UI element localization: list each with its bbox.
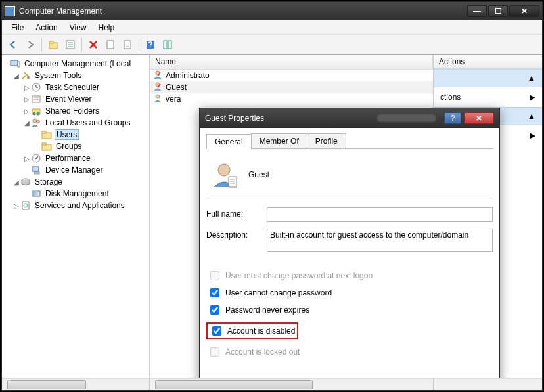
- chk-account-disabled[interactable]: Account is disabled: [206, 322, 298, 339]
- separator: [81, 38, 82, 51]
- svg-rect-10: [164, 41, 167, 49]
- users-icon: [31, 118, 41, 128]
- menu-file[interactable]: File: [6, 22, 29, 33]
- tree-root[interactable]: Computer Management (Local: [2, 58, 149, 70]
- tree-storage[interactable]: ◢Storage: [2, 176, 149, 188]
- collapse-icon: ▲: [528, 74, 535, 83]
- description-row: Description:: [206, 229, 493, 254]
- chk-locked-out: Account is locked out: [206, 345, 493, 359]
- back-button[interactable]: [6, 37, 20, 52]
- checkbox[interactable]: [212, 326, 221, 336]
- tree-device-manager[interactable]: Device Manager: [2, 164, 149, 176]
- svg-point-41: [218, 164, 230, 176]
- perf-icon: [31, 153, 41, 163]
- user-header: Guest: [206, 156, 493, 198]
- chevron-right-icon: ▶: [530, 131, 535, 140]
- svg-rect-30: [32, 167, 39, 171]
- tree-users[interactable]: Users: [2, 129, 149, 141]
- list-header: Name: [150, 55, 433, 70]
- close-button[interactable]: ✕: [509, 5, 539, 17]
- content-area: Computer Management (Local ◢System Tools…: [2, 54, 542, 378]
- tree-event-viewer[interactable]: ▷Event Viewer: [2, 93, 149, 105]
- dialog-close-button[interactable]: ✕: [464, 112, 494, 124]
- chk-cannot-change[interactable]: User cannot change password: [206, 286, 493, 300]
- list-hscroll[interactable]: [150, 378, 434, 390]
- list-item[interactable]: Guest: [150, 81, 433, 93]
- tab-profile[interactable]: Profile: [307, 133, 346, 148]
- actions-header: Actions: [434, 55, 542, 69]
- dialog-title: Guest Properties: [205, 114, 377, 123]
- list-item[interactable]: Administrato: [150, 70, 433, 81]
- description-input[interactable]: [267, 229, 493, 252]
- actions-hscroll[interactable]: [434, 378, 542, 390]
- svg-rect-42: [229, 177, 237, 187]
- tree-task-scheduler[interactable]: ▷Task Scheduler: [2, 81, 149, 93]
- tree-pane: Computer Management (Local ◢System Tools…: [2, 55, 150, 378]
- help-button[interactable]: ?: [143, 37, 158, 52]
- dialog-help-button[interactable]: ?: [444, 112, 461, 124]
- up-button[interactable]: [46, 37, 60, 52]
- description-label: Description:: [206, 229, 267, 240]
- svg-rect-13: [18, 62, 20, 67]
- share-icon: [31, 106, 41, 116]
- svg-rect-31: [34, 172, 39, 174]
- delete-button[interactable]: [86, 37, 101, 52]
- computer-icon: [10, 58, 20, 69]
- refresh-button[interactable]: [103, 37, 118, 52]
- export-button[interactable]: [120, 37, 135, 52]
- actions-item[interactable]: ctions▶: [434, 88, 542, 106]
- titlebar[interactable]: Computer Management — ☐ ✕: [2, 2, 542, 20]
- dialog-titlebar[interactable]: Guest Properties ? ✕: [200, 108, 499, 128]
- tree-disk-management[interactable]: Disk Management: [2, 188, 149, 200]
- main-window: Computer Management — ☐ ✕ File Action Vi…: [1, 1, 543, 391]
- menu-view[interactable]: View: [64, 22, 92, 33]
- svg-rect-1: [49, 41, 53, 43]
- forward-button[interactable]: [23, 37, 37, 52]
- tree-system-tools[interactable]: ◢System Tools: [2, 70, 149, 81]
- minimize-button[interactable]: —: [467, 5, 487, 17]
- svg-rect-25: [42, 131, 46, 133]
- folder-icon: [41, 129, 52, 140]
- tree-performance[interactable]: ▷Performance: [2, 152, 149, 164]
- actions-section[interactable]: ▲: [434, 69, 542, 87]
- checkbox[interactable]: [210, 288, 219, 297]
- user-icon: [152, 93, 163, 106]
- separator: [139, 38, 139, 51]
- window-title: Computer Management: [19, 7, 467, 16]
- properties-dialog: Guest Properties ? ✕ General Member Of P…: [199, 108, 500, 378]
- menubar: File Action View Help: [2, 20, 542, 35]
- svg-point-29: [35, 158, 37, 159]
- fullname-input[interactable]: [267, 207, 493, 222]
- svg-point-22: [33, 119, 37, 123]
- menu-help[interactable]: Help: [93, 22, 120, 33]
- col-name[interactable]: Name: [150, 55, 433, 69]
- list-item[interactable]: vera: [150, 93, 433, 105]
- user-icon: [152, 70, 163, 82]
- chk-never-expires[interactable]: Password never expires: [206, 303, 493, 317]
- tile-button[interactable]: [160, 37, 175, 52]
- svg-rect-16: [32, 96, 40, 102]
- svg-rect-11: [168, 41, 171, 49]
- properties-button[interactable]: [63, 37, 78, 52]
- toolbar: ?: [2, 35, 542, 54]
- tree-groups[interactable]: Groups: [2, 141, 149, 152]
- maximize-button[interactable]: ☐: [488, 5, 508, 17]
- collapse-icon: ▲: [528, 112, 535, 121]
- folder-icon: [41, 141, 52, 152]
- svg-rect-6: [107, 41, 114, 49]
- title-blur: [377, 114, 436, 122]
- disk-icon: [31, 188, 41, 199]
- tab-member-of[interactable]: Member Of: [251, 133, 307, 148]
- svg-rect-34: [32, 191, 35, 196]
- tree-local-users[interactable]: ◢Local Users and Groups: [2, 117, 149, 129]
- tab-general[interactable]: General: [206, 134, 252, 149]
- svg-point-21: [37, 112, 39, 115]
- checkbox[interactable]: [210, 305, 219, 315]
- tree-shared-folders[interactable]: ▷Shared Folders: [2, 105, 149, 117]
- menu-action[interactable]: Action: [30, 22, 62, 33]
- tree-hscroll[interactable]: [2, 378, 150, 390]
- tree-services-apps[interactable]: ▷Services and Applications: [2, 200, 149, 211]
- checkbox: [210, 271, 219, 280]
- svg-point-40: [156, 95, 160, 98]
- user-avatar-icon: [210, 161, 238, 188]
